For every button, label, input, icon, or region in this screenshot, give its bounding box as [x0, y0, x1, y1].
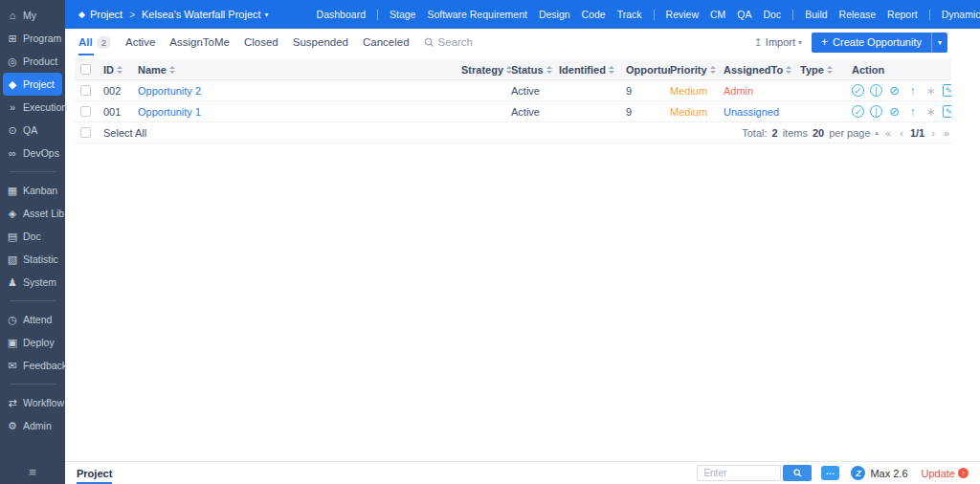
- sidebar-item-workflow[interactable]: ⇄ Workflow: [0, 391, 65, 414]
- nav-item-dynamic[interactable]: Dynamic: [938, 0, 980, 29]
- sort-icon[interactable]: [827, 66, 833, 74]
- pagination-first-button[interactable]: «: [883, 127, 893, 139]
- nav-item-track[interactable]: Track: [613, 0, 646, 29]
- row-checkbox[interactable]: [80, 85, 91, 96]
- sort-icon[interactable]: [786, 66, 791, 74]
- sidebar-item-label: Deploy: [23, 337, 55, 348]
- select-all-checkbox[interactable]: [80, 127, 91, 138]
- sidebar-item-system[interactable]: ♟ System: [0, 271, 65, 294]
- sort-icon[interactable]: [609, 66, 614, 74]
- pagination-prev-button[interactable]: ‹: [898, 127, 905, 139]
- search-toggle[interactable]: Search: [424, 36, 473, 48]
- action-wand-icon[interactable]: ∗: [924, 105, 937, 118]
- opportunity-link[interactable]: Opportunity 2: [138, 85, 201, 97]
- quick-search-button[interactable]: [783, 465, 812, 481]
- nav-item-code[interactable]: Code: [578, 0, 610, 29]
- action-wand-icon[interactable]: ∗: [924, 84, 937, 97]
- sidebar-collapse-icon[interactable]: ≡: [0, 465, 65, 479]
- update-badge-icon[interactable]: ↑: [958, 468, 969, 478]
- opportunity-link[interactable]: Opportunity 1: [138, 106, 201, 118]
- sidebar-item-product[interactable]: ◎ Product: [0, 50, 65, 73]
- tab-assigntome[interactable]: AssignToMe: [169, 29, 230, 55]
- action-suspend-icon[interactable]: |: [870, 84, 882, 97]
- nav-item-build[interactable]: Build: [801, 0, 831, 29]
- bottom-tab-project[interactable]: Project: [77, 462, 112, 484]
- column-header-name[interactable]: Name: [138, 64, 461, 76]
- create-opportunity-dropdown[interactable]: ▾: [931, 33, 947, 53]
- execution-icon: »: [6, 101, 19, 113]
- tab-canceled[interactable]: Canceled: [363, 29, 410, 55]
- sidebar-item-statistic[interactable]: ▧ Statistic: [0, 248, 65, 271]
- assigned-to-link[interactable]: Admin: [724, 85, 753, 97]
- update-link[interactable]: Update: [922, 468, 955, 479]
- breadcrumb-section[interactable]: Project: [90, 9, 122, 20]
- sidebar-item-devops[interactable]: ∞ DevOps: [0, 142, 65, 165]
- tab-suspended[interactable]: Suspended: [293, 29, 348, 55]
- column-header-strategy[interactable]: Strategy: [461, 64, 511, 76]
- per-page-label[interactable]: per page: [829, 127, 870, 139]
- product-icon: ◎: [6, 55, 19, 68]
- nav-item-design[interactable]: Design: [535, 0, 574, 29]
- sidebar-item-execution[interactable]: » Execution: [0, 96, 65, 119]
- sort-icon[interactable]: [169, 66, 175, 74]
- sidebar-item-deploy[interactable]: ▣ Deploy: [0, 331, 65, 354]
- sidebar-item-doc[interactable]: ▤ Doc: [0, 225, 65, 248]
- sort-icon[interactable]: [710, 66, 716, 74]
- action-edit-icon[interactable]: ✎: [943, 105, 951, 118]
- nav-item-qa[interactable]: QA: [733, 0, 755, 29]
- column-header-id[interactable]: ID: [103, 64, 138, 76]
- chevron-up-icon[interactable]: ▴: [876, 129, 880, 137]
- column-header-identified[interactable]: Identified: [559, 64, 626, 76]
- import-button[interactable]: ↥ Import ▾: [754, 36, 802, 49]
- action-activate-icon[interactable]: ✓: [852, 105, 864, 118]
- sort-icon[interactable]: [546, 66, 552, 74]
- sidebar-item-attend[interactable]: ◷ Attend: [0, 308, 65, 331]
- action-suspend-icon[interactable]: |: [870, 105, 882, 118]
- page-size-value[interactable]: 20: [813, 127, 824, 139]
- tab-all[interactable]: All 2: [78, 29, 111, 55]
- sidebar-item-program[interactable]: ⊞ Program: [0, 27, 65, 50]
- nav-item-review[interactable]: Review: [662, 0, 702, 29]
- breadcrumb-project-name[interactable]: Kelsea's Waterfall Project: [142, 9, 261, 20]
- column-header-type[interactable]: Type: [800, 64, 852, 76]
- column-label: Action: [852, 64, 884, 76]
- action-cancel-icon[interactable]: ⊘: [888, 84, 901, 97]
- row-checkbox[interactable]: [80, 106, 91, 117]
- nav-item-software-requirement[interactable]: Software Requirement: [423, 0, 530, 29]
- sidebar-item-project[interactable]: ◆ Project: [3, 73, 62, 96]
- nav-item-release[interactable]: Release: [835, 0, 880, 29]
- action-edit-icon[interactable]: ✎: [943, 84, 951, 97]
- sidebar-item-admin[interactable]: ⚙ Admin: [0, 414, 65, 437]
- action-promote-icon[interactable]: ↑: [906, 105, 919, 118]
- tab-closed[interactable]: Closed: [244, 29, 278, 55]
- nav-item-cm[interactable]: CM: [706, 0, 729, 29]
- action-activate-icon[interactable]: ✓: [852, 84, 864, 97]
- chevron-down-icon[interactable]: ▾: [265, 11, 269, 19]
- column-header-assignedto[interactable]: AssignedTo: [724, 64, 800, 76]
- create-opportunity-main[interactable]: + Create Opportunity: [812, 33, 931, 53]
- select-all-label[interactable]: Select All: [103, 127, 150, 139]
- assigned-to-link[interactable]: Unassigned: [724, 106, 779, 118]
- action-cancel-icon[interactable]: ⊘: [888, 105, 901, 118]
- sidebar-item-my[interactable]: ⌂ My: [0, 4, 65, 27]
- search-icon: [424, 37, 434, 48]
- column-header-status[interactable]: Status: [511, 64, 559, 76]
- quick-search-input[interactable]: [697, 465, 781, 481]
- header-checkbox[interactable]: [80, 64, 91, 75]
- chat-icon[interactable]: •••: [821, 466, 839, 480]
- nav-item-stage[interactable]: Stage: [386, 0, 419, 29]
- sidebar-item-asset-lib[interactable]: ◈ Asset Lib: [0, 202, 65, 225]
- tab-active[interactable]: Active: [125, 29, 155, 55]
- pagination-next-button[interactable]: ›: [929, 127, 937, 139]
- nav-item-doc[interactable]: Doc: [760, 0, 786, 29]
- pagination-last-button[interactable]: »: [942, 127, 951, 139]
- nav-item-dashboard[interactable]: Dashboard: [313, 0, 369, 29]
- column-header-opportunity[interactable]: Opportunity: [626, 64, 670, 76]
- nav-item-report[interactable]: Report: [883, 0, 922, 29]
- sidebar-item-qa[interactable]: ⊙ QA: [0, 119, 65, 142]
- sidebar-item-kanban[interactable]: ▦ Kanban: [0, 179, 65, 202]
- column-header-priority[interactable]: Priority: [670, 64, 724, 76]
- sidebar-item-feedback[interactable]: ✉ Feedback: [0, 354, 65, 377]
- sort-icon[interactable]: [117, 66, 122, 74]
- action-promote-icon[interactable]: ↑: [906, 84, 919, 97]
